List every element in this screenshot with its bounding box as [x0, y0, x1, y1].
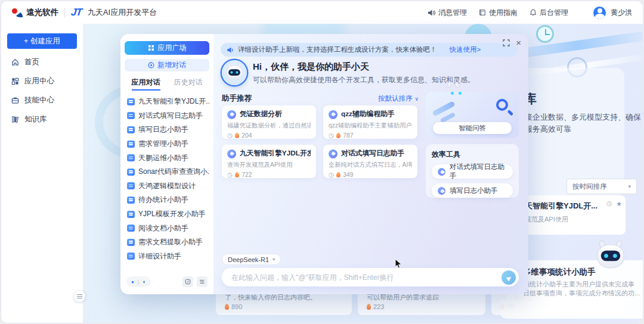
background-card-desc-line1: 项统计小助手主要为用户提供未完成事: [523, 280, 642, 289]
expand-icon[interactable]: [503, 39, 510, 46]
chat-bubble-icon: [127, 98, 135, 105]
smart-qa-button[interactable]: 智能问答: [433, 122, 512, 134]
send-button[interactable]: ▶: [501, 270, 516, 285]
top-header: 遠光软件 JT 九天AI应用开发平台 消息管理 使用指南 后台管理 黄少洪: [1, 1, 643, 24]
left-sidebar: + 创建应用 首页 应用中心 技能中心 知识库: [1, 24, 83, 323]
conversation-item[interactable]: 九天智能引擎YJDL开...: [125, 95, 209, 109]
star-icon[interactable]: ★: [616, 200, 622, 208]
hero-description-line2: 服务高效可靠: [525, 124, 571, 135]
app-plaza-button[interactable]: 应用广场: [125, 41, 209, 55]
close-icon[interactable]: ×: [516, 38, 521, 47]
list-icon: [199, 279, 205, 285]
conversation-item[interactable]: 需求文档提取小助手: [125, 235, 209, 250]
conversation-item[interactable]: YJPL模板开发小助手: [125, 207, 209, 222]
conversation-title: 对话式填写日志助手: [138, 111, 203, 121]
heat-count: 349: [343, 172, 353, 178]
notebook-button[interactable]: [182, 276, 193, 287]
conversation-item[interactable]: 天鸿逻辑模型设计: [125, 179, 209, 194]
user-avatar: [593, 7, 606, 19]
heat-count: 204: [242, 132, 252, 139]
platform-title: 九天AI应用开发平台: [88, 7, 157, 18]
knowledge-icon: [11, 116, 19, 123]
conversation-item[interactable]: 对话式填写日志助手: [125, 109, 209, 123]
user-menu[interactable]: 黄少洪: [593, 7, 632, 19]
card-title: 九天智能引擎YJDL开发助手: [240, 149, 311, 158]
assistant-card[interactable]: qzz辅助编程助手 qzz辅助编程助手主要辅助用户编程 ◷787: [323, 105, 417, 139]
model-selector[interactable]: DeepSeek-R1 ▾: [222, 254, 281, 265]
card-desc: 查询开发规范及API使用: [227, 161, 311, 169]
time-sort-select[interactable]: 按时间排序 ▾: [566, 179, 637, 194]
sidebar-item-home[interactable]: 首页: [1, 55, 83, 69]
create-app-button[interactable]: + 创建应用: [7, 33, 77, 49]
assistant-card[interactable]: 九天智能引擎YJDL开发助手 查询开发规范及API使用 ◷722: [222, 145, 316, 178]
background-card-desc: 规范及API使用: [525, 215, 568, 224]
sidebar-item-label: 首页: [24, 57, 39, 67]
blue-dot-icon: ●: [131, 279, 134, 285]
sidebar-item-skill-center[interactable]: 技能中心: [1, 93, 83, 107]
sidebar-item-app-center[interactable]: 应用中心: [1, 74, 83, 88]
chat-bubble-icon: [127, 211, 135, 218]
assistant-card[interactable]: 对话式填写日志助手 全新纯对话方式填写日志，AI帮你快... ◷349: [323, 145, 417, 178]
skill-icon: [11, 96, 19, 104]
conversation-item[interactable]: 详细设计助手: [125, 250, 209, 264]
card-title: qzz辅助编程助手: [341, 110, 395, 119]
conversation-item[interactable]: Sonar代码审查查询小...: [125, 165, 209, 179]
fragment-stat: 890: [225, 303, 242, 310]
assistant-app-icon: [227, 149, 236, 158]
assistant-card[interactable]: 凭证数据分析 福建凭证数据分析，通过自然语言生... ◷204: [222, 105, 316, 139]
sidebar-item-label: 技能中心: [24, 95, 54, 105]
conversation-item[interactable]: 需求管理小助手: [125, 137, 209, 151]
chevron-down-icon: ∨: [414, 96, 419, 102]
tool-icon: [438, 187, 445, 195]
chat-bubble-icon: [127, 197, 135, 204]
efficiency-tools-panel: 效率工具 对话式填写日志助手 填写日志小助手: [426, 144, 519, 198]
chat-bubble-icon: [127, 225, 135, 232]
heat-count: 223: [373, 303, 384, 310]
tool-label: 填写日志小助手: [450, 186, 498, 195]
plus-circle-icon: [148, 62, 154, 68]
list-view-button[interactable]: [197, 276, 208, 287]
efficiency-tools-title: 效率工具: [432, 149, 513, 160]
fragment-text: 可以帮助用户的需求追踪: [367, 293, 480, 302]
book-icon: [479, 9, 486, 16]
chat-bubble-icon: [127, 126, 135, 133]
chat-bubble-icon: [127, 253, 135, 260]
sort-dropdown[interactable]: 按默认排序 ∨: [378, 94, 419, 103]
app-plaza-label: 应用广场: [158, 43, 187, 53]
nav-label: 后台管理: [540, 8, 568, 18]
nav-usage-guide[interactable]: 使用指南: [479, 8, 518, 18]
conversation-item[interactable]: 阅读文档小助手: [125, 221, 209, 235]
nav-message-management[interactable]: 消息管理: [428, 8, 467, 18]
main-area: + 创建应用 首页 应用中心 技能中心 知识库: [1, 24, 643, 323]
card-desc: 福建凭证数据分析，通过自然语言生...: [227, 122, 311, 130]
tab-history-conversations[interactable]: 历史对话: [174, 77, 203, 91]
tool-label: 对话式填写日志助手: [450, 163, 507, 180]
theme-toggle[interactable]: ● | ◐: [126, 276, 151, 287]
sidebar-item-knowledge-base[interactable]: 知识库: [1, 112, 83, 126]
robot-avatar-icon: [226, 66, 243, 80]
conversation-title: 天鹏运维小助手: [138, 153, 188, 163]
chat-bubble-icon: [127, 239, 135, 246]
tab-app-conversations[interactable]: 应用对话: [132, 77, 160, 91]
conversation-panel: 应用广场 新增对话 应用对话 历史对话 九天智能引擎YJDL开... 对话式填写…: [120, 34, 213, 294]
nav-admin[interactable]: 后台管理: [530, 8, 568, 18]
conversation-title: 天鸿逻辑模型设计: [138, 181, 196, 191]
conversation-item[interactable]: 填写日志小助手: [125, 123, 209, 137]
conversation-title: 填写日志小助手: [138, 124, 188, 135]
message-input[interactable]: [230, 273, 501, 282]
tool-item[interactable]: 填写日志小助手: [432, 183, 513, 198]
assistant-app-icon: [227, 110, 236, 119]
new-chat-button[interactable]: 新增对话: [125, 59, 209, 71]
assistant-card-grid: 凭证数据分析 福建凭证数据分析，通过自然语言生... ◷204 qzz辅助编程助…: [222, 105, 419, 178]
sidebar-item-label: 应用中心: [24, 76, 54, 86]
conversation-item[interactable]: 待办统计小助手: [125, 193, 209, 207]
chevron-down-icon: ▾: [628, 183, 631, 189]
chat-bubble-icon: [127, 154, 135, 161]
clock-icon: ◷: [329, 132, 334, 139]
tool-item[interactable]: 对话式填写日志助手: [432, 164, 513, 179]
conversation-title: YJPL模板开发小助手: [138, 209, 206, 219]
announcement-text: 详细设计助手上新啦，支持选择工程生成设计方案，快来体验吧！: [238, 45, 437, 54]
conversation-item[interactable]: 天鹏运维小助手: [125, 151, 209, 165]
sidebar-collapse-button[interactable]: [74, 291, 85, 302]
quick-use-link[interactable]: 快速使用>: [450, 45, 481, 54]
